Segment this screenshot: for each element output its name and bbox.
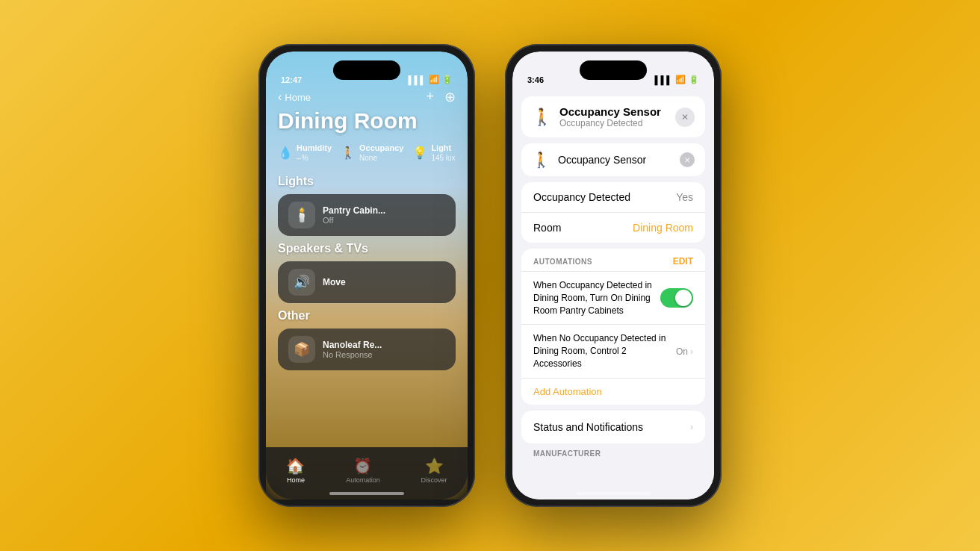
- light-label: Light: [431, 143, 455, 153]
- occupancy-value: None: [359, 153, 403, 163]
- automation-toggle-1[interactable]: [660, 288, 693, 308]
- time-2: 3:46: [527, 75, 544, 84]
- status-notif-section: Status and Notifications ›: [521, 411, 705, 443]
- humidity-label: Humidity: [297, 143, 332, 153]
- automations-label: AUTOMATIONS: [533, 258, 592, 266]
- close-button[interactable]: ✕: [675, 108, 695, 127]
- occupancy-detected-value: Yes: [676, 191, 693, 203]
- move-name: Move: [323, 277, 346, 287]
- discover-tab-icon: ⭐: [425, 457, 444, 475]
- home-indicator: [329, 492, 404, 495]
- occupancy-detected-label: Occupancy Detected: [533, 191, 630, 203]
- automation-tab-icon: ⏰: [353, 457, 372, 475]
- detail-panel: 🚶 Occupancy Sensor Occupancy Detected ✕ …: [512, 89, 714, 499]
- home-indicator-2: [576, 492, 651, 495]
- humidity-icon: 💧: [278, 146, 293, 160]
- room-value: Dining Room: [633, 222, 693, 234]
- room-label: Room: [533, 222, 561, 234]
- home-tab-label: Home: [287, 476, 305, 484]
- other-section-label: Other: [278, 309, 456, 323]
- automation-text-2: When No Occupancy Detected in Dining Roo…: [533, 332, 670, 370]
- tab-automation[interactable]: ⏰ Automation: [346, 457, 380, 484]
- add-button[interactable]: +: [426, 89, 434, 105]
- sensor-card-name: Occupancy Sensor: [558, 154, 672, 166]
- time-1: 12:47: [281, 75, 302, 84]
- phone2-screen: 3:46 ▌▌▌ 📶 🔋 🚶 Occupancy Sensor Occupanc…: [512, 52, 714, 499]
- phone1-content: ‹ Home + ⊕ Dining Room 💧 Humidity --%: [266, 89, 468, 499]
- move-speaker-tile[interactable]: 🔊 Move: [278, 261, 456, 303]
- edit-button[interactable]: EDIT: [673, 256, 693, 267]
- occupancy-label: Occupancy: [359, 143, 403, 153]
- battery-icon: 🔋: [442, 75, 453, 84]
- manufacturer-label: MANUFACTURER: [512, 443, 714, 461]
- automation-text-1: When Occupancy Detected in Dining Room, …: [533, 279, 654, 317]
- tab-bar: 🏠 Home ⏰ Automation ⭐ Discover: [266, 447, 468, 499]
- phone1-screen: 12:47 ▌▌▌ 📶 🔋 ‹ Home + ⊕ Dining Room: [266, 52, 468, 499]
- status-icons-2: ▌▌▌ 📶 🔋: [655, 75, 699, 84]
- automation-tab-label: Automation: [346, 476, 380, 484]
- more-button[interactable]: ⊕: [444, 89, 456, 105]
- add-automation-button[interactable]: Add Automation: [521, 378, 705, 405]
- info-section: Occupancy Detected Yes Room Dining Room: [521, 182, 705, 243]
- pantry-name: Pantry Cabin...: [323, 205, 385, 216]
- discover-tab-label: Discover: [421, 476, 447, 484]
- tab-discover[interactable]: ⭐ Discover: [421, 457, 447, 484]
- status-notif-label: Status and Notifications: [533, 421, 643, 433]
- back-nav: ‹ Home + ⊕: [278, 89, 456, 105]
- header-sensor-icon: 🚶: [532, 108, 552, 127]
- sensor-light: 💡 Light 145 lux: [412, 143, 455, 163]
- battery-icon-2: 🔋: [689, 75, 699, 84]
- sensors-row: 💧 Humidity --% 🚶 Occupancy None 💡: [278, 143, 456, 163]
- sensor-detail-card: 🚶 Occupancy Sensor ✕: [521, 143, 705, 176]
- nanoleaf-icon: 📦: [288, 336, 315, 363]
- pantry-icon: 🕯️: [288, 202, 315, 228]
- header-subtitle: Occupancy Detected: [559, 118, 661, 128]
- wifi-icon: 📶: [429, 75, 439, 84]
- status-notif-chevron-icon: ›: [690, 422, 693, 432]
- automations-section: AUTOMATIONS EDIT When Occupancy Detected…: [521, 249, 705, 405]
- occupancy-icon: 🚶: [341, 146, 356, 160]
- phone2-content: 🚶 Occupancy Sensor Occupancy Detected ✕ …: [512, 89, 714, 499]
- chevron-right-icon: ›: [690, 346, 693, 357]
- sensor-occupancy: 🚶 Occupancy None: [341, 143, 403, 163]
- back-chevron-icon: ‹: [278, 90, 282, 104]
- home-tab-icon: 🏠: [286, 457, 305, 475]
- header-card: 🚶 Occupancy Sensor Occupancy Detected ✕: [521, 96, 705, 137]
- sensor-remove-button[interactable]: ✕: [680, 152, 695, 167]
- automation-on-chevron: On ›: [676, 346, 693, 357]
- back-label: Home: [285, 92, 311, 103]
- nav-icons: + ⊕: [426, 89, 456, 105]
- occupancy-detected-row: Occupancy Detected Yes: [521, 182, 705, 213]
- lights-section-label: Lights: [278, 175, 456, 188]
- speaker-icon: 🔊: [288, 269, 315, 296]
- pantry-cabinets-tile[interactable]: 🕯️ Pantry Cabin... Off: [278, 194, 456, 236]
- room-title: Dining Room: [278, 108, 456, 134]
- nanoleaf-tile[interactable]: 📦 Nanoleaf Re... No Response: [278, 329, 456, 370]
- status-notif-row[interactable]: Status and Notifications ›: [521, 411, 705, 443]
- header-title: Occupancy Sensor: [559, 105, 661, 118]
- pantry-status: Off: [323, 216, 385, 225]
- sensor-card-icon: 🚶: [532, 151, 551, 169]
- automation-row-2[interactable]: When No Occupancy Detected in Dining Roo…: [521, 324, 705, 377]
- speakers-section-label: Speakers & TVs: [278, 242, 456, 255]
- light-icon: 💡: [412, 146, 427, 160]
- automation-row-1[interactable]: When Occupancy Detected in Dining Room, …: [521, 271, 705, 324]
- phone-1: 12:47 ▌▌▌ 📶 🔋 ‹ Home + ⊕ Dining Room: [258, 44, 475, 507]
- signal-icon-2: ▌▌▌: [655, 75, 672, 84]
- wifi-icon-2: 📶: [675, 75, 686, 84]
- dynamic-island-1: [333, 60, 400, 80]
- room-row[interactable]: Room Dining Room: [521, 213, 705, 243]
- tab-home[interactable]: 🏠 Home: [286, 457, 305, 484]
- back-button[interactable]: ‹ Home: [278, 90, 311, 104]
- on-label: On: [676, 346, 688, 357]
- humidity-value: --%: [297, 153, 332, 163]
- dynamic-island-2: [580, 60, 647, 80]
- light-value: 145 lux: [431, 153, 455, 163]
- sensor-humidity: 💧 Humidity --%: [278, 143, 332, 163]
- phone-2: 3:46 ▌▌▌ 📶 🔋 🚶 Occupancy Sensor Occupanc…: [505, 44, 722, 507]
- status-icons-1: ▌▌▌ 📶 🔋: [409, 75, 453, 84]
- nanoleaf-name: Nanoleaf Re...: [323, 340, 382, 350]
- nanoleaf-status: No Response: [323, 350, 382, 359]
- signal-icon: ▌▌▌: [409, 75, 426, 84]
